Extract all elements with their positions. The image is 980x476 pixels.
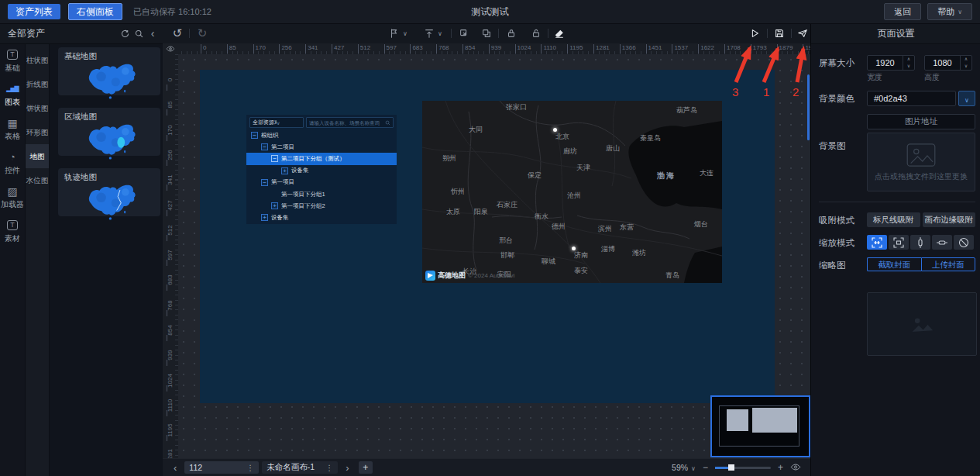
minimap[interactable] bbox=[710, 395, 810, 457]
flag-align-icon[interactable] bbox=[386, 26, 403, 41]
asset-subcategory[interactable]: 水位图 bbox=[26, 168, 49, 192]
unlock-icon[interactable] bbox=[528, 26, 545, 41]
asset-category[interactable]: 素材 bbox=[0, 215, 25, 249]
group-icon[interactable] bbox=[456, 26, 473, 41]
map-city-label: 太原 bbox=[446, 207, 460, 217]
ruler-tick-label: 1537 bbox=[672, 44, 688, 53]
asset-subcategory[interactable]: 柱状图 bbox=[26, 48, 49, 72]
tree-row[interactable]: 设备集 bbox=[246, 165, 397, 177]
bg-image-upload-area[interactable]: 点击或拖拽文件到这里更换 bbox=[867, 133, 975, 191]
zoom-slider[interactable] bbox=[715, 467, 771, 469]
asset-category[interactable]: 基础 bbox=[0, 44, 25, 78]
zoom-mode-horizontal-button[interactable] bbox=[932, 235, 952, 250]
upload-cover-button[interactable]: 上传封面 bbox=[921, 257, 976, 271]
lock-icon[interactable] bbox=[503, 26, 520, 41]
category-icon bbox=[7, 219, 18, 231]
expander-icon[interactable] bbox=[271, 155, 278, 162]
tree-row[interactable]: 第一项目 bbox=[246, 177, 397, 188]
preview-play-icon[interactable] bbox=[746, 26, 763, 41]
asset-card[interactable]: 区域地图 bbox=[58, 108, 160, 156]
tree-search-box[interactable] bbox=[306, 117, 394, 128]
basic-map-widget[interactable]: 张家口葫芦岛大同北京秦皇岛唐山廊坊朔州天津渤海大连保定忻州沧州石家庄太原阳泉衡水… bbox=[422, 101, 722, 283]
tree-row[interactable]: 第二项目下分组（测试） bbox=[246, 153, 397, 164]
zoom-in-icon[interactable] bbox=[778, 462, 783, 473]
capture-cover-button[interactable]: 截取封面 bbox=[867, 257, 921, 271]
asset-list-toggle-button[interactable]: 资产列表 bbox=[8, 4, 60, 19]
search-icon[interactable] bbox=[132, 27, 146, 40]
preview-eye-icon[interactable] bbox=[790, 463, 801, 473]
screen-height-input[interactable]: 1080 ∧∨ bbox=[924, 55, 972, 71]
save-icon[interactable] bbox=[771, 26, 788, 41]
ruler-snap-button[interactable]: 标尺线吸附 bbox=[867, 212, 920, 227]
tree-row[interactable]: 第二项目 bbox=[246, 141, 397, 153]
tree-search-input[interactable] bbox=[309, 120, 385, 126]
device-tree-widget[interactable]: 全部资源对象 根组织 bbox=[246, 115, 397, 224]
prev-canvas-icon[interactable] bbox=[170, 462, 180, 474]
tab-menu-icon[interactable] bbox=[325, 463, 333, 472]
expander-icon[interactable] bbox=[261, 143, 268, 150]
expander-icon[interactable] bbox=[251, 132, 258, 139]
height-stepper[interactable]: ∧∨ bbox=[960, 56, 971, 70]
tab-menu-icon[interactable] bbox=[246, 463, 254, 472]
expander-icon[interactable] bbox=[261, 214, 268, 221]
asset-category[interactable]: 表格 bbox=[0, 112, 25, 147]
bg-color-input[interactable]: #0d2a43 bbox=[867, 91, 956, 106]
copy-icon[interactable] bbox=[478, 26, 495, 41]
canvas-edge-snap-button[interactable]: 画布边缘吸附 bbox=[923, 212, 976, 227]
asset-subcategory[interactable]: 地图 bbox=[26, 144, 49, 168]
asset-subcategory[interactable]: 饼状图 bbox=[26, 96, 49, 120]
right-panel-toggle-button[interactable]: 右侧面板 bbox=[68, 3, 122, 20]
category-icon bbox=[7, 49, 18, 60]
zoom-mode-vertical-button[interactable] bbox=[910, 235, 930, 250]
tree-filter-select[interactable]: 全部资源对象 bbox=[249, 117, 304, 128]
zoom-slider-handle[interactable] bbox=[728, 464, 734, 471]
width-stepper[interactable]: ∧∨ bbox=[903, 56, 914, 70]
map-city-label: 聊城 bbox=[542, 257, 555, 267]
undo-icon[interactable] bbox=[169, 26, 186, 41]
asset-subcategory-list: 柱状图折线图饼状图环形图地图水位图 bbox=[26, 44, 50, 476]
zoom-mode-fit-screen-button[interactable] bbox=[889, 235, 909, 250]
eraser-icon[interactable] bbox=[551, 26, 568, 41]
tree-row[interactable]: 根组织 bbox=[246, 129, 397, 141]
asset-category[interactable]: 加载器 bbox=[0, 181, 25, 215]
asset-card[interactable]: 基础地图 bbox=[58, 47, 160, 95]
bg-color-value: #0d2a43 bbox=[874, 94, 907, 103]
refresh-icon[interactable] bbox=[118, 27, 132, 40]
expander-icon[interactable] bbox=[261, 179, 268, 186]
tree-row[interactable]: 设备集 bbox=[246, 212, 397, 223]
expander-icon[interactable] bbox=[281, 167, 288, 174]
next-canvas-icon[interactable] bbox=[342, 462, 352, 474]
tree-row[interactable]: 第一项目下分组2 bbox=[246, 200, 397, 212]
vertical-scrollbar-thumb[interactable] bbox=[807, 74, 810, 140]
eye-icon[interactable] bbox=[166, 45, 175, 53]
chevron-down-icon[interactable] bbox=[403, 30, 407, 37]
help-dropdown[interactable]: 帮助 bbox=[927, 3, 972, 20]
ruler-tick-label: 683 bbox=[167, 271, 174, 289]
zoom-out-icon[interactable] bbox=[703, 462, 708, 473]
asset-subcategory[interactable]: 环形图 bbox=[26, 120, 49, 144]
asset-category[interactable]: 图表 bbox=[0, 78, 25, 112]
zoom-mode-disabled-button[interactable] bbox=[954, 235, 974, 250]
expander-icon[interactable] bbox=[271, 202, 278, 209]
tree-row[interactable]: 第一项目下分组1 bbox=[246, 188, 397, 200]
canvas-tab-2[interactable]: 未命名画布-1 bbox=[262, 461, 338, 474]
add-canvas-button[interactable] bbox=[359, 461, 373, 474]
back-button[interactable]: 返回 bbox=[884, 3, 921, 20]
image-url-input[interactable]: 图片地址 bbox=[867, 114, 975, 129]
canvas-tab-1[interactable]: 112 bbox=[184, 461, 259, 474]
asset-subcategory[interactable]: 折线图 bbox=[26, 72, 49, 96]
publish-send-icon[interactable] bbox=[794, 26, 811, 41]
redo-icon[interactable] bbox=[194, 26, 211, 41]
ruler-tick-label: 256 bbox=[279, 44, 291, 53]
collapse-panel-icon[interactable] bbox=[146, 27, 160, 40]
chevron-down-icon bbox=[965, 91, 969, 105]
asset-category[interactable]: 控件 bbox=[0, 147, 25, 181]
asset-card[interactable]: 轨迹地图 bbox=[58, 168, 160, 216]
zoom-level-dropdown[interactable]: 59% bbox=[672, 463, 696, 472]
zoom-mode-fit-width-button[interactable] bbox=[867, 235, 887, 250]
chevron-down-icon[interactable] bbox=[438, 30, 442, 37]
design-canvas[interactable]: 全部资源对象 根组织 bbox=[200, 70, 775, 403]
align-top-icon[interactable] bbox=[421, 26, 438, 41]
bg-color-picker-button[interactable] bbox=[958, 91, 975, 106]
screen-width-input[interactable]: 1920 ∧∨ bbox=[867, 55, 915, 71]
